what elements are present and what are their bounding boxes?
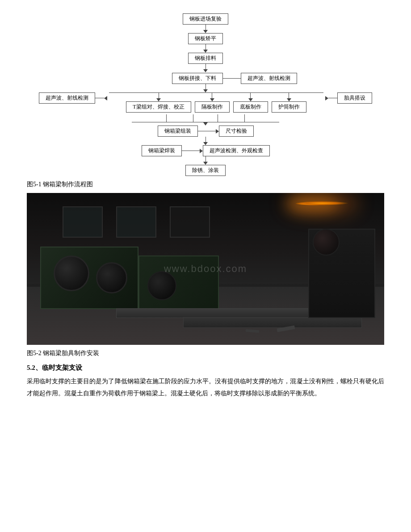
fc-box-6r: 尺寸检验 (219, 126, 254, 137)
section-heading: 5.2、临时支架支设 (27, 364, 384, 372)
fc-box-3: 钢板排料 (188, 53, 223, 64)
fc-node-4: 钢板拼接、下料 (172, 73, 223, 84)
photo-container: www.bdoox.com (27, 193, 384, 345)
fc-box-5c: 隔板制作 (195, 101, 230, 113)
fc-box-7r: 超声波检测、外观检查 (203, 145, 270, 156)
caption-1: 图5-1 钢箱梁制作流程图 (27, 180, 384, 189)
fc-connector-6-7 (203, 137, 208, 145)
fc-box-1: 钢板进场复验 (183, 13, 228, 25)
fc-box-5d: 底板制作 (233, 101, 268, 113)
fc-box-4: 钢板拼接、下料 (172, 73, 223, 84)
flowchart: 钢板进场复验 钢板矫平 钢板排料 钢板拼接、下料 超声波、射线检测 (27, 13, 384, 176)
fc-box-5e: 护筒制作 (272, 101, 306, 113)
fc-connector-7-8 (203, 156, 208, 165)
fc-connector-5-6 (203, 122, 208, 126)
fc-box-6: 钢箱梁组装 (158, 126, 198, 137)
body-text: 采用临时支撑的主要目的是为了降低钢箱梁在施工阶段的应力水平。没有提供临时支撑的地… (27, 376, 384, 399)
fc-node-3: 钢板排料 (188, 53, 223, 72)
fc-box-7: 钢箱梁焊装 (142, 145, 182, 156)
fc-node-2: 钢板矫平 (188, 33, 223, 53)
fc-box-5b: T梁组对、焊接、校正 (126, 101, 191, 113)
fc-box-2: 钢板矫平 (188, 33, 223, 44)
caption-2: 图5-2 钢箱梁胎具制作安装 (27, 349, 384, 357)
fc-connector-4-5 (203, 84, 208, 92)
photo-image: www.bdoox.com (27, 193, 384, 345)
fc-box-5f: 胎具搭设 (337, 92, 372, 104)
fc-box-5a: 超声波、射线检测 (39, 92, 95, 104)
fc-box-8: 除锈、涂装 (185, 165, 226, 176)
fc-box-4r: 超声波、射线检测 (241, 73, 297, 84)
fc-node-1: 钢板进场复验 (183, 13, 228, 33)
